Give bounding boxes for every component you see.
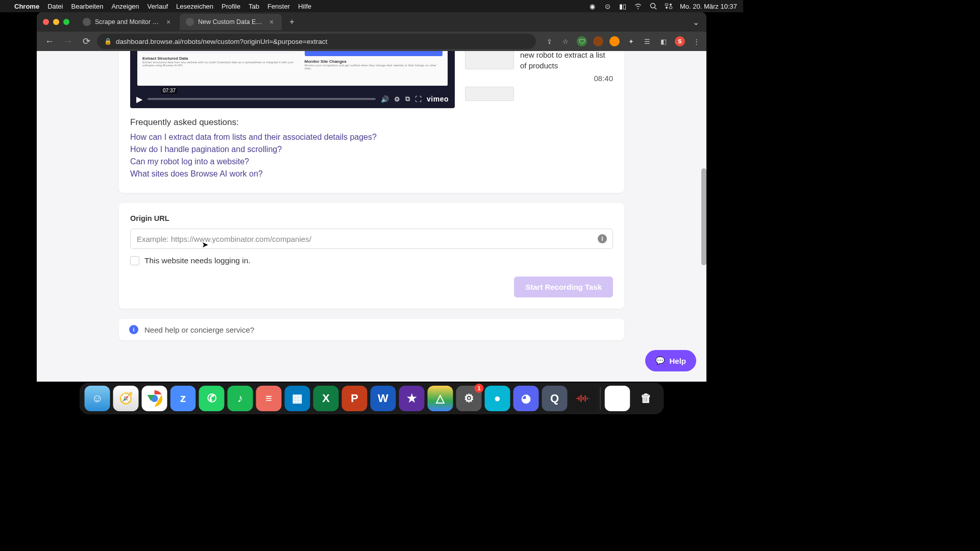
menubar-app-name[interactable]: Chrome xyxy=(14,3,39,10)
dock-voice-memos[interactable] xyxy=(571,386,596,411)
window-zoom-icon[interactable] xyxy=(63,19,69,25)
dock-spotify[interactable]: ♪ xyxy=(228,386,253,411)
dock-finder[interactable]: ☺ xyxy=(85,386,110,411)
dock-trash[interactable]: 🗑 xyxy=(633,386,659,411)
video-frame: Extract Structured Data Extract structur… xyxy=(137,51,448,86)
page-scrollbar[interactable] xyxy=(701,168,706,265)
window-minimize-icon[interactable] xyxy=(53,19,59,25)
dock-quicktime[interactable]: Q xyxy=(542,386,568,411)
address-bar[interactable]: 🔒 dashboard.browse.ai/robots/new/custom?… xyxy=(97,34,536,49)
battery-icon[interactable]: ▮▯ xyxy=(619,2,627,10)
forward-button[interactable]: → xyxy=(60,34,76,49)
dock-excel[interactable]: X xyxy=(313,386,339,411)
dock-google-drive[interactable]: △ xyxy=(428,386,453,411)
dock-app-generic[interactable]: ● xyxy=(485,386,510,411)
dock-todoist[interactable]: ≡ xyxy=(256,386,282,411)
menu-verlauf[interactable]: Verlauf xyxy=(148,3,168,10)
reading-list-icon[interactable]: ☰ xyxy=(642,36,652,46)
dock-trello[interactable]: ▦ xyxy=(285,386,310,411)
info-icon[interactable]: i xyxy=(598,234,607,243)
origin-url-card: Origin URL i This website needs logging … xyxy=(119,203,624,309)
vimeo-logo: vimeo xyxy=(427,95,449,103)
lock-icon: 🔒 xyxy=(104,38,112,45)
side-panel-icon[interactable]: ◧ xyxy=(658,36,669,46)
tab-title: New Custom Data Extraction R xyxy=(198,18,263,26)
extensions-puzzle-icon[interactable]: ✦ xyxy=(626,36,636,46)
window-close-icon[interactable] xyxy=(43,19,49,25)
menubar-clock[interactable]: Mo. 20. März 10:37 xyxy=(680,3,737,10)
chrome-menu-icon[interactable]: ⋮ xyxy=(691,36,701,46)
dock-chrome[interactable] xyxy=(142,386,167,411)
reload-button[interactable]: ⟳ xyxy=(79,34,94,49)
menu-fenster[interactable]: Fenster xyxy=(267,3,290,10)
svg-rect-2 xyxy=(665,4,668,6)
record-icon[interactable]: ◉ xyxy=(588,2,596,10)
menu-anzeigen[interactable]: Anzeigen xyxy=(111,3,139,10)
playlist-thumbnail xyxy=(465,87,514,101)
help-fab-button[interactable]: 💬 Help xyxy=(645,350,696,371)
control-center-icon[interactable] xyxy=(665,2,673,10)
dock-imovie[interactable]: ★ xyxy=(399,386,425,411)
extension-icon[interactable] xyxy=(593,36,603,46)
dock-zoom[interactable]: z xyxy=(170,386,196,411)
playlist-item[interactable]: How to train and create a new robot to e… xyxy=(465,51,613,83)
dock-preview[interactable]: 🖼 xyxy=(605,386,630,411)
menu-bearbeiten[interactable]: Bearbeiten xyxy=(71,3,103,10)
volume-icon[interactable]: 🔊 xyxy=(381,95,389,103)
page-content: ➤ Extract Structured Data Extract struct… xyxy=(37,51,706,382)
start-recording-button[interactable]: Start Recording Task xyxy=(514,277,613,297)
video-slide-text: Monitor your competitors and get notifie… xyxy=(305,64,443,70)
faq-link-supported-sites[interactable]: What sites does Browse AI work on? xyxy=(130,169,613,179)
tutorial-video-player[interactable]: Extract Structured Data Extract structur… xyxy=(130,51,455,108)
needs-login-checkbox[interactable] xyxy=(130,256,139,265)
dock-whatsapp[interactable]: ✆ xyxy=(199,386,225,411)
tab-close-icon[interactable]: × xyxy=(267,18,276,26)
video-slide-heading: Extract Structured Data xyxy=(142,56,295,61)
dock-safari[interactable]: 🧭 xyxy=(113,386,139,411)
tab-favicon-icon xyxy=(186,18,194,26)
profile-avatar[interactable]: S xyxy=(675,36,685,46)
tabs-overflow-icon[interactable]: ⌄ xyxy=(693,17,699,27)
info-icon: i xyxy=(129,325,138,334)
faq-link-lists-details[interactable]: How can I extract data from lists and th… xyxy=(130,133,613,142)
fullscreen-icon[interactable]: ⛶ xyxy=(415,95,422,103)
pip-icon[interactable]: ⧉ xyxy=(405,95,410,103)
back-button[interactable]: ← xyxy=(42,34,57,49)
bookmark-star-icon[interactable]: ☆ xyxy=(560,36,571,46)
faq-link-pagination[interactable]: How do I handle pagination and scrolling… xyxy=(130,145,613,154)
video-slide-heading: Monitor Site Changes xyxy=(305,59,443,64)
help-label: Help xyxy=(669,357,686,365)
tab-title: Scrape and Monitor Data from xyxy=(95,18,160,26)
extension-icon[interactable] xyxy=(609,36,620,46)
play-circle-icon[interactable]: ⊙ xyxy=(603,2,611,10)
video-seek-bar[interactable] xyxy=(148,98,376,100)
menu-datei[interactable]: Datei xyxy=(47,3,63,10)
dock-word[interactable]: W xyxy=(371,386,396,411)
search-icon[interactable] xyxy=(649,2,657,10)
extension-shield-icon[interactable]: 🛡 xyxy=(577,36,587,46)
video-playlist: 06:00 How to train and create a new robo… xyxy=(465,51,613,108)
video-slide-callout: more collaborators move work get more do… xyxy=(305,51,443,56)
menu-tab[interactable]: Tab xyxy=(249,3,259,10)
wifi-icon[interactable] xyxy=(634,2,642,10)
chat-icon: 💬 xyxy=(655,356,665,365)
share-icon[interactable]: ⇪ xyxy=(544,36,554,46)
tab-new-custom-extraction[interactable]: New Custom Data Extraction R × xyxy=(180,14,282,30)
tab-close-icon[interactable]: × xyxy=(164,18,173,26)
dock-powerpoint[interactable]: P xyxy=(342,386,368,411)
playlist-item[interactable] xyxy=(465,87,613,101)
svg-point-4 xyxy=(670,4,672,6)
faq-link-login[interactable]: Can my robot log into a website? xyxy=(130,157,613,166)
settings-gear-icon[interactable]: ⚙ xyxy=(394,95,400,103)
menu-profile[interactable]: Profile xyxy=(222,3,240,10)
dock-system-settings[interactable]: ⚙1 xyxy=(456,386,482,411)
tab-scrape-monitor[interactable]: Scrape and Monitor Data from × xyxy=(77,14,179,30)
menu-lesezeichen[interactable]: Lesezeichen xyxy=(176,3,213,10)
dock-discord[interactable]: ◕ xyxy=(513,386,539,411)
origin-url-label: Origin URL xyxy=(130,214,613,222)
macos-menubar: Chrome Datei Bearbeiten Anzeigen Verlauf… xyxy=(0,0,743,12)
new-tab-button[interactable]: + xyxy=(285,15,299,29)
menu-hilfe[interactable]: Hilfe xyxy=(298,3,311,10)
playlist-thumbnail xyxy=(465,51,514,69)
play-icon[interactable]: ▶ xyxy=(136,94,142,104)
